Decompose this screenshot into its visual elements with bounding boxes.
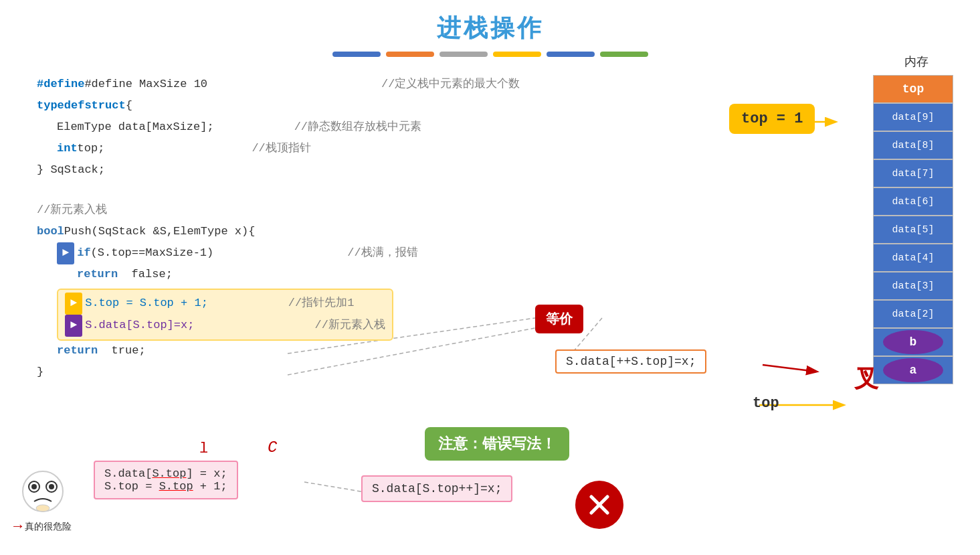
code-line-11: ► S.data[S.top]=x; //新元素入栈	[65, 315, 385, 337]
mem-cell-data1: b	[873, 328, 953, 356]
keyword-typedef: typedef	[37, 96, 84, 116]
svg-point-12	[31, 484, 37, 489]
code-stop-incr: S.top = S.top + 1;	[85, 294, 208, 313]
mem-cell-data4: data[4]	[873, 244, 953, 272]
svg-point-14	[36, 505, 50, 511]
mem-cell-data9: data[9]	[873, 103, 953, 131]
wrong-sdatapp-box: S.data[S.top++]=x;	[361, 475, 512, 502]
sdataplusplus-box: S.data[++S.top]=x;	[555, 349, 706, 374]
annotation-l: l	[199, 441, 208, 457]
code-brace-open: {	[126, 96, 132, 116]
code-top: top;	[78, 139, 105, 159]
code-line-12: return true;	[57, 341, 520, 362]
mascot-arrow: →	[13, 518, 22, 535]
highlighted-code-block: ► S.top = S.top + 1; //指针先加1 ► S.data[S.…	[57, 289, 520, 341]
code-maxsize: #define MaxSize 10	[84, 75, 207, 94]
svg-line-5	[304, 482, 365, 492]
code-line-8: ► if (S.top==MaxSize-1) //栈满，报错	[57, 242, 520, 264]
colorbar	[0, 52, 980, 57]
mascot-face-svg	[19, 468, 66, 515]
wrong-code-line2: S.top = S.top + 1;	[104, 480, 227, 493]
code-line-13: }	[37, 362, 520, 384]
mem-cell-a-oval: a	[883, 358, 943, 382]
code-line-2: typedef struct {	[37, 95, 520, 116]
wrong-code-line1: S.data[S.top] = x;	[104, 467, 227, 480]
code-area: #define #define MaxSize 10 //定义栈中元素的最大个数…	[37, 74, 520, 384]
mascot-label: 真的很危险	[25, 521, 72, 533]
mem-cell-data3: data[3]	[873, 272, 953, 300]
colorbar-seg-6	[600, 52, 648, 57]
colorbar-seg-1	[332, 52, 381, 57]
code-brace-close: }	[37, 363, 43, 382]
mem-cell-data8: data[8]	[873, 131, 953, 159]
wrong-code-box: S.data[S.top] = x; S.top = S.top + 1;	[94, 461, 238, 499]
arrow-blue-if: ►	[57, 242, 74, 264]
page-title: 进栈操作	[0, 0, 980, 45]
keyword-bool: bool	[37, 222, 64, 242]
code-line-1: #define #define MaxSize 10 //定义栈中元素的最大个数	[37, 74, 520, 95]
code-data-assign: S.data[S.top]=x;	[85, 316, 194, 335]
comment-1: //定义栈中元素的最大个数	[381, 75, 520, 94]
code-line-6: //新元素入栈	[37, 200, 520, 221]
red-cross-annotation: 叉	[854, 363, 878, 396]
keyword-if: if	[77, 244, 90, 263]
mem-cell-data7: data[7]	[873, 159, 953, 187]
svg-point-13	[49, 484, 54, 489]
colorbar-seg-3	[439, 52, 488, 57]
arrow-yellow-stop: ►	[65, 293, 82, 315]
mem-cell-b-oval: b	[883, 330, 943, 354]
keyword-struct: struct	[84, 96, 125, 116]
mem-cell-data6: data[6]	[873, 187, 953, 216]
comment-11: //新元素入栈	[314, 316, 385, 335]
annotation-c: C	[268, 439, 277, 457]
memory-column: 内存 top data[9] data[8] data[7] data[6] d…	[873, 54, 960, 384]
comment-8: //栈满，报错	[347, 244, 417, 263]
colorbar-seg-5	[547, 52, 595, 57]
keyword-define: #define	[37, 75, 84, 94]
top-label: top = 1	[729, 104, 815, 134]
stop-underlined: S.top	[152, 467, 186, 480]
badge-notice: 注意：错误写法！	[425, 427, 569, 461]
red-x-circle	[575, 481, 623, 529]
code-line-7: bool Push(SqStack &S,ElemType x){	[37, 221, 520, 242]
svg-line-3	[763, 365, 816, 372]
comment-10: //指针先加1	[288, 294, 355, 313]
comment-4: //栈顶指针	[252, 139, 310, 159]
mem-cell-top: top	[873, 75, 953, 103]
mem-cell-data2: data[2]	[873, 300, 953, 328]
arrow-purple-data: ►	[65, 315, 82, 337]
code-line-5: } SqStack;	[37, 159, 520, 181]
code-line-10: ► S.top = S.top + 1; //指针先加1	[65, 293, 385, 315]
colorbar-seg-2	[386, 52, 434, 57]
top-pointer-label: top	[753, 395, 779, 412]
code-push-sig: Push(SqStack &S,ElemType x){	[64, 222, 256, 242]
comment-3: //静态数组存放栈中元素	[294, 118, 421, 137]
code-true: true;	[98, 341, 145, 361]
colorbar-seg-4	[493, 52, 541, 57]
code-line-4: int top; //栈顶指针	[57, 138, 520, 159]
code-elemtype: ElemType data[MaxSize];	[57, 118, 214, 137]
mem-cell-data0: a	[873, 356, 953, 384]
code-sqstack: } SqStack;	[37, 161, 105, 180]
memory-label: 内存	[873, 54, 960, 70]
keyword-int: int	[57, 139, 78, 159]
mascot-area: → 真的很危险	[13, 468, 72, 535]
mem-cell-data5: data[5]	[873, 216, 953, 244]
code-line-9: return false;	[77, 264, 520, 286]
code-if-cond: (S.top==MaxSize-1)	[91, 244, 214, 263]
stop-underlined2: S.top	[159, 480, 193, 493]
x-icon	[585, 490, 614, 520]
code-false: false;	[118, 265, 173, 285]
keyword-return-true: return	[57, 341, 98, 361]
badge-dengj: 等价	[535, 305, 583, 333]
code-line-3: ElemType data[MaxSize]; //静态数组存放栈中元素	[57, 116, 520, 138]
comment-6: //新元素入栈	[37, 201, 107, 220]
keyword-return-false: return	[77, 265, 118, 285]
